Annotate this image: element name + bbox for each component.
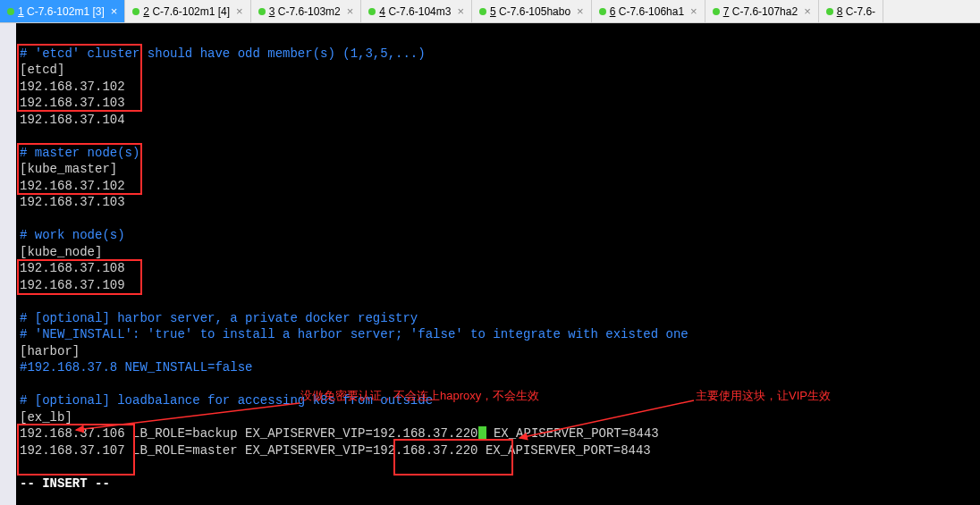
tab-num: 6 xyxy=(610,5,616,18)
tab-5[interactable]: 5 C-7.6-105habo × xyxy=(472,0,592,22)
close-icon[interactable]: × xyxy=(457,4,464,18)
code-line: # 'NEW_INSTALL': 'true' to install a har… xyxy=(20,327,689,341)
code-line: # work node(s) xyxy=(20,228,125,242)
annotation-text: 主要使用这块，让VIP生效 xyxy=(696,388,831,404)
code-line: [harbor] xyxy=(20,344,80,358)
code-line: 192.168.37.108 xyxy=(20,261,125,275)
tab-4[interactable]: 4 C-7.6-104m3 × xyxy=(361,0,472,22)
tab-7[interactable]: 7 C-7.6-107ha2 × xyxy=(705,0,819,22)
annotation-text: 没做免密要认证，不会连上haproxy，不会生效 xyxy=(300,388,539,404)
code-line: [ex_lb] xyxy=(20,410,72,425)
tab-num: 2 xyxy=(143,5,149,18)
tab-label: C-7.6- xyxy=(846,5,875,18)
tab-label: C-7.6-106ha1 xyxy=(619,5,684,18)
close-icon[interactable]: × xyxy=(804,4,811,18)
vim-mode-indicator: -- INSERT -- xyxy=(20,476,110,491)
code-line: 192.168.37.107 LB_ROLE=master EX_APISERV… xyxy=(20,443,651,458)
close-icon[interactable]: × xyxy=(690,4,697,18)
tab-bar: 1 C-7.6-102m1 [3] × 2 C-7.6-102m1 [4] × … xyxy=(0,0,980,23)
tab-label: C-7.6-102m1 [3] xyxy=(27,5,105,18)
tab-1[interactable]: 1 C-7.6-102m1 [3] × xyxy=(0,0,125,22)
status-dot-icon xyxy=(132,8,139,15)
tab-label: C-7.6-102m1 [4] xyxy=(152,5,230,18)
status-dot-icon xyxy=(713,8,720,15)
code-line: [etcd] xyxy=(20,63,64,77)
tab-6[interactable]: 6 C-7.6-106ha1 × xyxy=(592,0,705,22)
close-icon[interactable]: × xyxy=(577,4,584,18)
status-dot-icon xyxy=(479,8,486,15)
code-line: 192.168.37.103 xyxy=(20,195,125,209)
close-icon[interactable]: × xyxy=(236,4,243,18)
tab-num: 1 xyxy=(18,5,24,18)
tab-8[interactable]: 8 C-7.6- xyxy=(819,0,883,22)
code-line: 192.168.37.106 LB_ROLE=backup EX_APISERV… xyxy=(20,426,659,441)
terminal-editor[interactable]: # 'etcd' cluster should have odd member(… xyxy=(16,23,980,505)
close-icon[interactable]: × xyxy=(347,4,354,18)
status-dot-icon xyxy=(258,8,266,15)
status-dot-icon xyxy=(826,8,833,15)
code-line: 192.168.37.102 xyxy=(20,80,125,94)
status-dot-icon xyxy=(368,8,376,15)
tab-num: 4 xyxy=(379,5,385,18)
code-line: 192.168.37.102 xyxy=(20,179,125,193)
code-line: 192.168.37.109 xyxy=(20,278,125,292)
tab-num: 5 xyxy=(490,5,496,18)
code-line: # master node(s) xyxy=(20,146,139,160)
cursor-icon xyxy=(478,426,486,441)
code-line: [kube_master] xyxy=(20,162,117,176)
tab-label: C-7.6-103m2 xyxy=(278,5,341,18)
left-gutter xyxy=(0,23,16,505)
tab-label: C-7.6-107ha2 xyxy=(732,5,798,18)
status-dot-icon xyxy=(7,8,14,15)
tab-num: 3 xyxy=(269,5,275,18)
tab-label: C-7.6-104m3 xyxy=(388,5,451,18)
code-line: # 'etcd' cluster should have odd member(… xyxy=(20,46,426,61)
code-line: 192.168.37.104 xyxy=(20,113,125,127)
code-line: # [optional] harbor server, a private do… xyxy=(20,311,418,325)
tab-label: C-7.6-105habo xyxy=(499,5,570,18)
tab-num: 8 xyxy=(837,5,843,18)
tab-3[interactable]: 3 C-7.6-103m2 × xyxy=(251,0,362,22)
code-line: #192.168.37.8 NEW_INSTALL=false xyxy=(20,360,252,375)
code-line: 192.168.37.103 xyxy=(20,96,125,110)
status-dot-icon xyxy=(599,8,606,15)
tab-num: 7 xyxy=(723,5,730,18)
code-line: [kube_node] xyxy=(20,245,102,259)
close-icon[interactable]: × xyxy=(111,4,118,18)
tab-2[interactable]: 2 C-7.6-102m1 [4] × xyxy=(125,0,250,22)
